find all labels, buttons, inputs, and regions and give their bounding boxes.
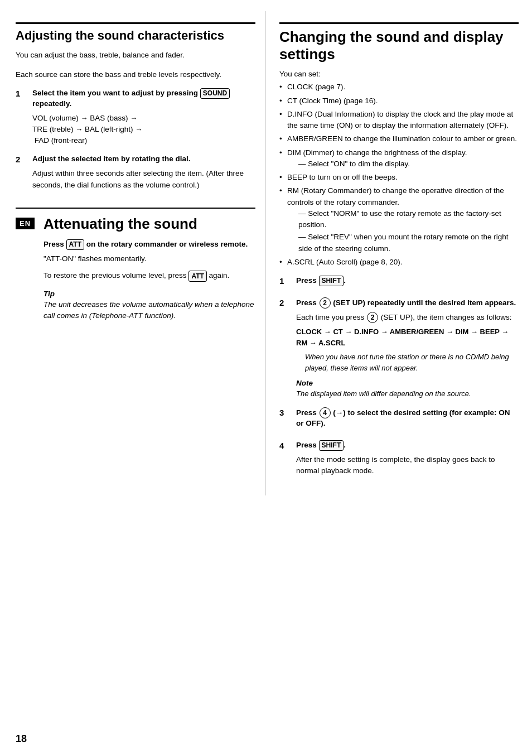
attenuating-title: Attenuating the sound <box>43 215 255 233</box>
right-step-4-post: . <box>344 441 346 449</box>
right-column: Changing the sound and display settings … <box>266 11 532 495</box>
right-step-3: 3 Press 4 (→) to select the desired sett… <box>279 407 519 432</box>
sub-rm-rev: Select "REV" when you mount the rotary r… <box>287 232 519 254</box>
shift-key-2: SHIFT <box>319 440 344 451</box>
step-1-body: VOL (volume) → BAS (bass) → TRE (treble)… <box>32 113 255 147</box>
right-step-4: 4 Press SHIFT. After the mode setting is… <box>279 440 519 476</box>
right-step-1-heading: Press SHIFT. <box>296 276 519 286</box>
tip-label: Tip <box>43 290 255 298</box>
right-step-4-heading: Press SHIFT. <box>296 440 519 451</box>
attenuating-row: EN Attenuating the sound Press ATT on th… <box>16 218 255 321</box>
key-circle-2: 2 <box>320 297 331 309</box>
step-2-heading: Adjust the selected item by rotating the… <box>32 154 255 165</box>
att-step-heading: Press ATT on the rotary commander or wir… <box>43 239 255 250</box>
sub-rm-norm: Select "NORM" to use the rotary remote a… <box>287 208 519 231</box>
attenuating-wrapper: EN Attenuating the sound Press ATT on th… <box>16 208 255 321</box>
bullet-list: CLOCK (page 7). CT (Clock Time) (page 16… <box>279 81 519 268</box>
step-1-heading: Select the item you want to adjust by pr… <box>32 88 255 109</box>
italic-note: When you have not tune the station or th… <box>305 351 519 373</box>
step-2: 2 Adjust the selected item by rotating t… <box>16 154 255 190</box>
step-2-number: 2 <box>16 155 29 164</box>
right-step-2-heading: Press 2 (SET UP) repeatedly until the de… <box>296 297 519 309</box>
intro-text-1: You can adjust the bass, treble, balance… <box>16 50 255 61</box>
changing-sound-title: Changing the sound and display settings <box>279 22 519 63</box>
key-circle-4: 4 <box>320 407 331 418</box>
clock-sequence: CLOCK → CT → D.INFO → AMBER/GREEN → DIM … <box>296 326 519 348</box>
shift-key-1: SHIFT <box>319 276 344 286</box>
sound-key: SOUND <box>200 88 230 99</box>
bullet-ct: CT (Clock Time) (page 16). <box>279 95 519 107</box>
att-press-post: on the rotary commander or wireless remo… <box>84 240 248 248</box>
att-restore-key: ATT <box>188 271 206 282</box>
bullet-rm: RM (Rotary Commander) to change the oper… <box>279 185 519 254</box>
right-step-2-body: Each time you press 2 (SET UP), the item… <box>296 312 519 323</box>
tip-text: The unit decreases the volume automatica… <box>43 299 255 322</box>
right-step-2-pre: Press <box>296 298 319 307</box>
restore-post: again. <box>207 271 230 280</box>
bullet-dinfo: D.INFO (Dual Information) to display the… <box>279 109 519 132</box>
right-step-3-content: Press 4 (→) to select the desired settin… <box>296 407 519 432</box>
right-step-4-content: Press SHIFT. After the mode setting is c… <box>296 440 519 476</box>
bullet-ascrl: A.SCRL (Auto Scroll) (page 8, 20). <box>279 257 519 268</box>
step-1-heading-post: repeatedly. <box>32 99 71 108</box>
right-step-4-number: 4 <box>279 441 293 450</box>
adjusting-sound-section: Adjusting the sound characteristics You … <box>16 22 255 191</box>
two-column-layout: Adjusting the sound characteristics You … <box>0 11 532 495</box>
page-container: Adjusting the sound characteristics You … <box>0 0 532 756</box>
right-step-1-pre: Press <box>296 276 319 285</box>
right-step-3-pre: Press <box>296 408 319 417</box>
sub-dim: Select "ON" to dim the display. <box>287 158 519 170</box>
step-1-heading-pre: Select the item you want to adjust by pr… <box>32 89 200 97</box>
step-1: 1 Select the item you want to adjust by … <box>16 88 255 147</box>
right-step-1-post: . <box>344 276 346 285</box>
restore-text: To restore the previous volume level, pr… <box>43 270 255 281</box>
note-label: Note <box>296 379 519 387</box>
you-can-set: You can set: <box>279 70 519 78</box>
en-col: EN <box>16 218 43 321</box>
step2-body-pre: Each time you press <box>296 313 366 321</box>
step-1-content: Select the item you want to adjust by pr… <box>32 88 255 147</box>
en-badge: EN <box>16 218 35 229</box>
bullet-dim: DIM (Dimmer) to change the brightness of… <box>279 147 519 170</box>
att-section: Press ATT on the rotary commander or wir… <box>43 239 255 321</box>
right-step-3-number: 3 <box>279 408 293 417</box>
right-step-2: 2 Press 2 (SET UP) repeatedly until the … <box>279 297 519 399</box>
right-step-1: 1 Press SHIFT. <box>279 276 519 290</box>
bullet-amber-green: AMBER/GREEN to change the illumination c… <box>279 133 519 145</box>
right-step-2-number: 2 <box>279 298 293 307</box>
intro-text-2: Each source can store the bass and trebl… <box>16 69 255 80</box>
att-flash-text: "ATT-ON" flashes momentarily. <box>43 253 255 264</box>
left-column: Adjusting the sound characteristics You … <box>0 11 266 495</box>
step-2-body: Adjust within three seconds after select… <box>32 168 255 191</box>
note-text: The displayed item will differ depending… <box>296 388 519 399</box>
right-step-2-mid: (SET UP) repeatedly until the desired it… <box>331 298 516 307</box>
divider-1 <box>16 208 255 209</box>
step-2-content: Adjust the selected item by rotating the… <box>32 154 255 190</box>
right-step-4-pre: Press <box>296 441 319 449</box>
right-step-1-content: Press SHIFT. <box>296 276 519 290</box>
attenuating-content: Attenuating the sound Press ATT on the r… <box>43 218 255 321</box>
page-number: 18 <box>16 733 27 745</box>
restore-pre: To restore the previous volume level, pr… <box>43 271 188 280</box>
step-1-number: 1 <box>16 89 29 98</box>
adjusting-sound-title: Adjusting the sound characteristics <box>16 22 255 43</box>
step2-body-mid: (SET UP), the item changes as follows: <box>379 313 511 321</box>
bullet-clock: CLOCK (page 7). <box>279 81 519 93</box>
att-press-pre: Press <box>43 240 66 248</box>
right-step-4-body: After the mode setting is complete, the … <box>296 454 519 477</box>
key-circle-2b: 2 <box>367 312 378 323</box>
bullet-beep: BEEP to turn on or off the beeps. <box>279 172 519 183</box>
right-step-2-content: Press 2 (SET UP) repeatedly until the de… <box>296 297 519 399</box>
att-key: ATT <box>66 239 84 250</box>
right-step-3-heading: Press 4 (→) to select the desired settin… <box>296 407 519 429</box>
right-step-1-number: 1 <box>279 276 293 286</box>
